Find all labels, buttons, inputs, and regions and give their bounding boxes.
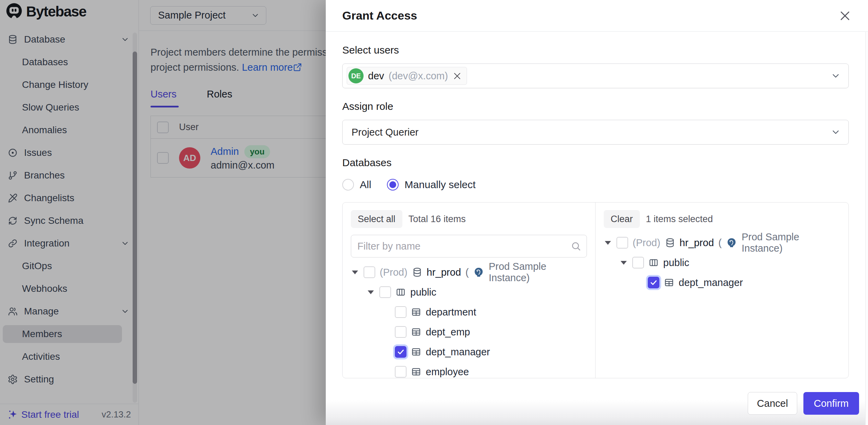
database-scope-radios: All Manually select [342,179,849,191]
radio-manually-select[interactable]: Manually select [387,179,476,191]
table-icon [411,347,421,357]
modal-body: Select users DE dev (dev@x.com) Assign r… [326,32,865,425]
modal-scrollbar-track[interactable] [865,32,868,425]
paren: ( [719,237,722,249]
caret-down-icon[interactable] [621,261,627,265]
database-name: hr_prod [427,267,461,278]
tree-row-table[interactable]: dept_manager [604,273,840,292]
radio-circle-selected[interactable] [387,179,399,191]
env-label: (Prod) [633,237,660,249]
avatar: DE [348,68,364,83]
transfer-source-panel: Select all Total 16 items (Prod) hr_prod… [343,203,596,378]
remove-user-icon[interactable] [453,71,462,81]
schema-icon [648,257,659,268]
radio-all[interactable]: All [342,179,371,191]
table-icon [664,277,674,288]
schema-icon [396,287,406,297]
checkbox-checked[interactable] [648,277,659,288]
database-icon [412,267,422,277]
table-name: dept_manager [679,277,743,288]
select-users-label: Select users [342,44,849,56]
instance-name: Prod Sample Instance) [489,261,587,284]
table-icon [411,307,421,317]
checkbox[interactable] [395,306,407,318]
select-all-button[interactable]: Select all [351,210,402,228]
schema-name: public [663,257,689,268]
table-name: dept_emp [426,326,470,338]
modal-header: Grant Access [326,0,868,32]
checkbox[interactable] [364,266,375,278]
cancel-button[interactable]: Cancel [748,392,797,415]
table-name: employee [426,366,469,378]
chevron-down-icon [831,127,841,137]
transfer-selected-panel: Clear 1 items selected (Prod) hr_prod ( … [596,203,848,378]
assign-role-label: Assign role [342,101,849,112]
close-icon[interactable] [838,9,852,22]
caret-down-icon[interactable] [368,290,374,294]
databases-label: Databases [342,157,849,169]
filter-input[interactable] [357,241,571,252]
database-icon [665,238,675,248]
clear-button[interactable]: Clear [604,210,640,228]
radio-manual-label[interactable]: Manually select [404,179,476,191]
radio-all-label[interactable]: All [360,179,371,191]
checkbox[interactable] [632,257,644,268]
confirm-button[interactable]: Confirm [803,392,859,415]
chip-user-email: (dev@x.com) [389,70,448,82]
checkbox[interactable] [616,237,628,249]
role-select[interactable]: Project Querier [342,120,849,145]
tree-row-database[interactable]: (Prod) hr_prod ( Prod Sample Instance) [604,233,840,253]
source-tree: (Prod) hr_prod ( Prod Sample Instance) p… [351,262,587,378]
tree-row-table[interactable]: employee [351,362,587,378]
tree-row-database[interactable]: (Prod) hr_prod ( Prod Sample Instance) [351,262,587,282]
checkbox[interactable] [395,366,407,378]
postgresql-icon [473,267,484,278]
select-users-input[interactable]: DE dev (dev@x.com) [342,64,849,88]
env-label: (Prod) [380,267,408,278]
selected-user-chip: DE dev (dev@x.com) [347,67,467,85]
tree-row-schema[interactable]: public [604,253,840,273]
tree-row-schema[interactable]: public [351,282,587,302]
modal-title: Grant Access [342,9,417,22]
search-icon [571,241,581,251]
postgresql-icon [726,237,737,248]
instance-name: Prod Sample Instance) [742,231,840,254]
checkbox-checked[interactable] [395,346,407,358]
modal-footer: Cancel Confirm [326,382,865,425]
radio-circle[interactable] [342,179,354,191]
paren: ( [466,267,469,278]
database-name: hr_prod [680,237,714,249]
tree-row-table[interactable]: department [351,302,587,322]
chevron-down-icon [831,71,841,81]
caret-down-icon[interactable] [605,241,611,245]
selected-count-label: 1 items selected [646,214,713,225]
schema-name: public [410,287,436,298]
grant-access-modal: Grant Access Select users DE dev (dev@x.… [326,0,868,425]
total-items-label: Total 16 items [409,214,466,225]
role-value: Project Querier [347,127,419,138]
database-transfer: Select all Total 16 items (Prod) hr_prod… [342,202,849,378]
table-name: department [426,307,476,318]
table-icon [411,327,421,337]
table-name: dept_manager [426,346,490,358]
chip-user-name: dev [368,70,384,82]
filter-input-wrap [351,235,587,257]
table-icon [411,367,421,377]
checkbox[interactable] [379,286,391,298]
caret-down-icon[interactable] [352,271,358,274]
checkbox[interactable] [395,326,407,338]
tree-row-table[interactable]: dept_emp [351,322,587,342]
selected-tree: (Prod) hr_prod ( Prod Sample Instance) p… [604,233,840,292]
tree-row-table[interactable]: dept_manager [351,342,587,362]
